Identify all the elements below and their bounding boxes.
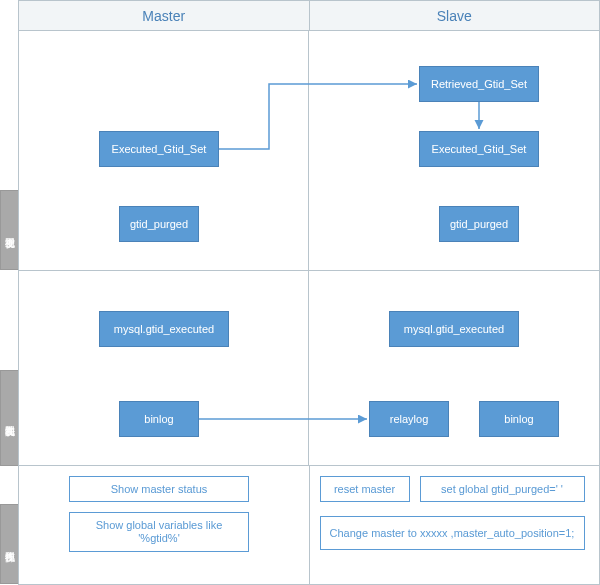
box-master-purged: gtid_purged [119,206,199,242]
box-slave-table: mysql.gtid_executed [389,311,519,347]
bottom-panel: Show master status Show global variables… [19,466,599,584]
vtab-ops: 操作视图 [0,504,18,584]
header-row: Master Slave [19,1,599,31]
cmd-change-master: Change master to xxxxx ,master_auto_posi… [320,516,585,550]
box-master-binlog: binlog [119,401,199,437]
grid: Executed_Gtid_Set gtid_purged Retrieved_… [19,31,599,466]
box-slave-binlog: binlog [479,401,559,437]
vtab-vars: 变量视图 [0,190,18,270]
cell-master-ops: Show master status Show global variables… [19,466,310,584]
box-slave-purged: gtid_purged [439,206,519,242]
header-master: Master [19,1,310,30]
box-slave-relaylog: relaylog [369,401,449,437]
cmd-show-master-status: Show master status [69,476,249,502]
cell-slave-files: mysql.gtid_executed relaylog binlog [309,271,599,466]
header-slave: Slave [310,1,600,30]
diagram-container: Master Slave Executed_Gtid_Set gtid_purg… [18,0,600,585]
cmd-reset-master: reset master [320,476,410,502]
cmd-show-global-vars: Show global variables like '%gtid%' [69,512,249,552]
box-master-executed: Executed_Gtid_Set [99,131,219,167]
box-master-table: mysql.gtid_executed [99,311,229,347]
cell-master-vars: Executed_Gtid_Set gtid_purged [19,31,309,271]
cmd-set-gtid-purged: set global gtid_purged=' ' [420,476,585,502]
cell-slave-ops: reset master set global gtid_purged=' ' … [310,466,600,584]
box-slave-retrieved: Retrieved_Gtid_Set [419,66,539,102]
cell-master-files: mysql.gtid_executed binlog [19,271,309,466]
box-slave-executed: Executed_Gtid_Set [419,131,539,167]
cell-slave-vars: Retrieved_Gtid_Set Executed_Gtid_Set gti… [309,31,599,271]
vtab-files: 表和文件视图 [0,370,18,466]
